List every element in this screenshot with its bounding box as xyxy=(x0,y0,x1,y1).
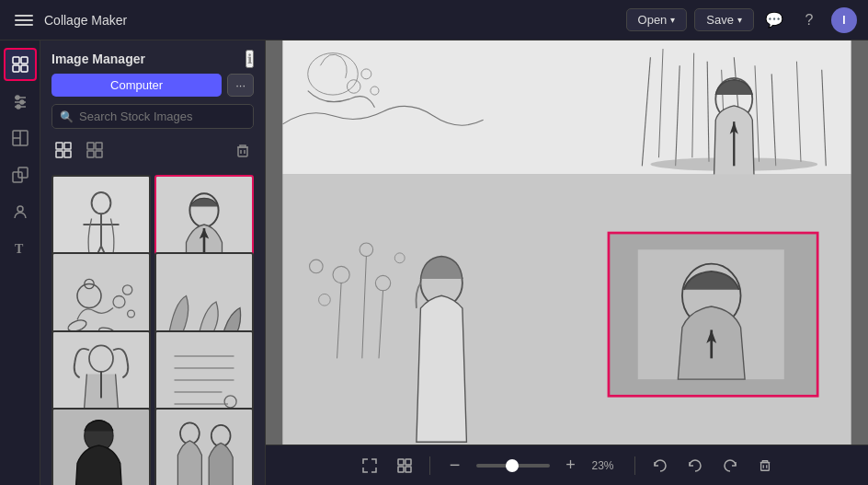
app-title: Collage Maker xyxy=(44,13,127,28)
more-options-button[interactable]: ··· xyxy=(227,74,254,97)
view-controls xyxy=(40,136,265,171)
save-chevron-icon: ▾ xyxy=(737,15,742,25)
topbar-center: Open ▾ Save ▾ xyxy=(626,8,754,31)
svg-point-7 xyxy=(20,100,24,104)
info-button[interactable]: ℹ xyxy=(246,50,254,68)
nav-adjustments-button[interactable] xyxy=(4,85,37,118)
svg-rect-104 xyxy=(398,467,404,472)
toolbar-divider-2 xyxy=(634,456,635,475)
svg-rect-21 xyxy=(87,143,94,149)
canvas-area: − + 23% xyxy=(266,40,868,485)
bottom-toolbar: − + 23% xyxy=(266,445,868,485)
save-button[interactable]: Save ▾ xyxy=(694,8,754,31)
svg-text:T: T xyxy=(15,242,24,256)
topbar-right: 💬 ? I xyxy=(761,7,857,33)
topbar-left: Collage Maker xyxy=(11,7,619,33)
zoom-slider[interactable] xyxy=(476,464,550,468)
svg-point-5 xyxy=(16,96,19,99)
svg-rect-17 xyxy=(56,143,63,149)
icon-nav: T xyxy=(0,40,40,485)
svg-rect-103 xyxy=(405,459,411,465)
open-chevron-icon: ▾ xyxy=(670,15,675,25)
computer-button[interactable]: Computer xyxy=(51,74,222,97)
nav-text-button[interactable]: T xyxy=(4,232,37,265)
svg-rect-23 xyxy=(87,151,94,157)
image-grid: Drag or Double Click xyxy=(40,171,265,485)
zoom-percentage: 23% xyxy=(592,459,623,472)
canvas-artwork xyxy=(266,40,868,445)
grid-view-button[interactable] xyxy=(51,140,75,164)
svg-rect-62 xyxy=(156,410,252,485)
image-thumb-8[interactable] xyxy=(154,408,254,485)
svg-rect-106 xyxy=(760,462,769,470)
search-input[interactable] xyxy=(79,110,246,123)
svg-rect-19 xyxy=(56,151,63,157)
image-manager-panel: Image Manager ℹ Computer ··· 🔍 xyxy=(40,40,266,485)
grid-overlay-button[interactable] xyxy=(391,452,418,479)
svg-rect-25 xyxy=(238,147,247,156)
help-button[interactable]: ? xyxy=(796,7,822,33)
svg-rect-105 xyxy=(405,467,411,472)
svg-rect-102 xyxy=(398,459,404,465)
canvas-delete-button[interactable] xyxy=(751,452,779,479)
undo-back-button[interactable] xyxy=(646,452,674,479)
redo-button[interactable] xyxy=(716,452,744,479)
panel-header: Image Manager ℹ xyxy=(40,40,265,74)
svg-rect-0 xyxy=(13,57,19,64)
search-icon: 🔍 xyxy=(60,110,74,123)
svg-rect-18 xyxy=(64,143,71,149)
list-view-button[interactable] xyxy=(83,140,107,164)
hamburger-icon xyxy=(15,11,33,29)
open-button[interactable]: Open ▾ xyxy=(626,8,688,31)
svg-rect-20 xyxy=(64,151,71,157)
menu-button[interactable] xyxy=(11,7,37,33)
undo-button[interactable] xyxy=(681,452,709,479)
topbar: Collage Maker Open ▾ Save ▾ 💬 ? I xyxy=(0,0,868,40)
main-layout: T Image Manager ℹ Computer ··· 🔍 xyxy=(0,40,868,485)
svg-point-15 xyxy=(17,206,23,212)
search-bar: 🔍 xyxy=(51,104,254,129)
svg-rect-22 xyxy=(96,143,102,149)
zoom-slider-container xyxy=(476,464,550,468)
avatar-button[interactable]: I xyxy=(831,7,857,33)
delete-button[interactable] xyxy=(232,142,254,163)
panel-actions: Computer ··· xyxy=(40,74,265,104)
image-thumb-7[interactable] xyxy=(51,408,151,485)
svg-point-9 xyxy=(17,105,20,109)
zoom-thumb[interactable] xyxy=(506,459,519,472)
nav-layout-button[interactable] xyxy=(4,121,37,155)
nav-shapes-button[interactable] xyxy=(4,158,37,191)
svg-rect-66 xyxy=(282,40,851,174)
svg-rect-24 xyxy=(96,151,102,157)
expand-button[interactable] xyxy=(356,452,383,479)
zoom-out-button[interactable]: − xyxy=(441,452,469,479)
panel-title: Image Manager xyxy=(51,52,145,66)
nav-people-button[interactable] xyxy=(4,195,37,228)
zoom-in-button[interactable]: + xyxy=(557,452,585,479)
svg-rect-2 xyxy=(13,65,19,72)
svg-rect-3 xyxy=(21,65,28,72)
toolbar-divider xyxy=(429,456,430,475)
nav-images-button[interactable] xyxy=(4,48,37,81)
chat-button[interactable]: 💬 xyxy=(761,7,787,33)
svg-rect-1 xyxy=(21,57,28,64)
